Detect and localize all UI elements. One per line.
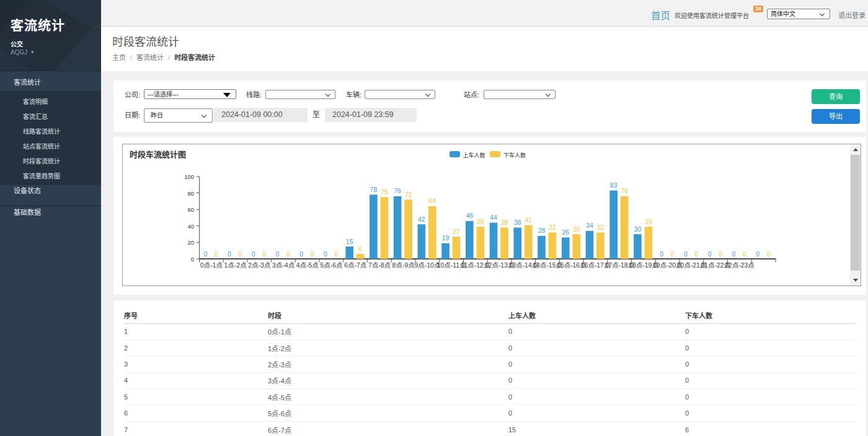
svg-text:39: 39 [645,218,652,225]
svg-text:1点-2点: 1点-2点 [224,261,246,269]
svg-text:20: 20 [187,239,194,246]
svg-text:40: 40 [187,223,194,230]
svg-text:上车人数: 上车人数 [463,152,485,159]
svg-text:0: 0 [660,250,663,258]
svg-text:76: 76 [621,187,628,194]
svg-text:0: 0 [299,250,303,258]
svg-text:0: 0 [743,250,746,258]
svg-text:15: 15 [346,238,353,245]
svg-text:0: 0 [708,250,712,258]
svg-text:46: 46 [466,212,473,219]
svg-text:0: 0 [228,250,231,258]
svg-text:27: 27 [453,228,460,235]
svg-text:0: 0 [671,250,675,258]
svg-text:80: 80 [187,190,194,197]
svg-text:41: 41 [525,216,532,224]
svg-text:44: 44 [490,214,497,221]
svg-text:83: 83 [610,181,618,189]
svg-text:下车人数: 下车人数 [503,152,526,159]
svg-text:3点-4点: 3点-4点 [272,261,294,269]
svg-text:6点-7点: 6点-7点 [344,261,366,269]
svg-text:22点-23点: 22点-23点 [725,261,755,269]
svg-text:时段车流统计图: 时段车流统计图 [130,150,186,159]
svg-text:0: 0 [191,256,194,263]
svg-text:64: 64 [429,197,436,204]
svg-text:26: 26 [562,229,569,236]
svg-text:0: 0 [335,250,339,258]
svg-text:34: 34 [586,222,593,229]
svg-text:0: 0 [684,250,688,258]
svg-text:0: 0 [756,250,760,258]
svg-text:0: 0 [252,250,255,258]
svg-text:0: 0 [203,250,207,258]
svg-text:0: 0 [694,250,698,258]
svg-text:75: 75 [381,188,388,196]
svg-text:0: 0 [767,250,771,258]
svg-text:38: 38 [514,219,521,226]
svg-text:30: 30 [573,225,580,233]
svg-text:6: 6 [358,245,362,253]
svg-text:78: 78 [370,186,378,193]
svg-text:0: 0 [215,250,218,258]
svg-text:32: 32 [549,224,556,231]
svg-text:0: 0 [262,250,266,258]
svg-text:42: 42 [418,216,425,223]
svg-text:60: 60 [187,206,194,213]
svg-text:0: 0 [324,250,327,258]
svg-text:2点-3点: 2点-3点 [248,261,270,269]
svg-text:19: 19 [442,234,450,242]
svg-text:72: 72 [405,191,412,198]
svg-text:0: 0 [286,250,290,258]
svg-text:28: 28 [538,227,546,234]
svg-text:0: 0 [732,250,735,258]
svg-text:39: 39 [477,218,484,225]
svg-text:32: 32 [597,224,604,231]
svg-text:8点-9点: 8点-9点 [392,261,415,269]
svg-text:4点-5点: 4点-5点 [296,261,319,269]
svg-text:0: 0 [276,250,280,258]
svg-text:100: 100 [184,173,194,180]
svg-text:38: 38 [501,219,508,226]
svg-text:0: 0 [719,250,722,258]
svg-text:0点-1点: 0点-1点 [200,261,223,269]
svg-text:0: 0 [311,250,314,258]
svg-text:30: 30 [634,225,642,233]
svg-text:5点-6点: 5点-6点 [320,261,342,269]
svg-text:76: 76 [394,187,401,194]
svg-text:7点-8点: 7点-8点 [368,261,391,269]
svg-text:0: 0 [239,250,242,258]
